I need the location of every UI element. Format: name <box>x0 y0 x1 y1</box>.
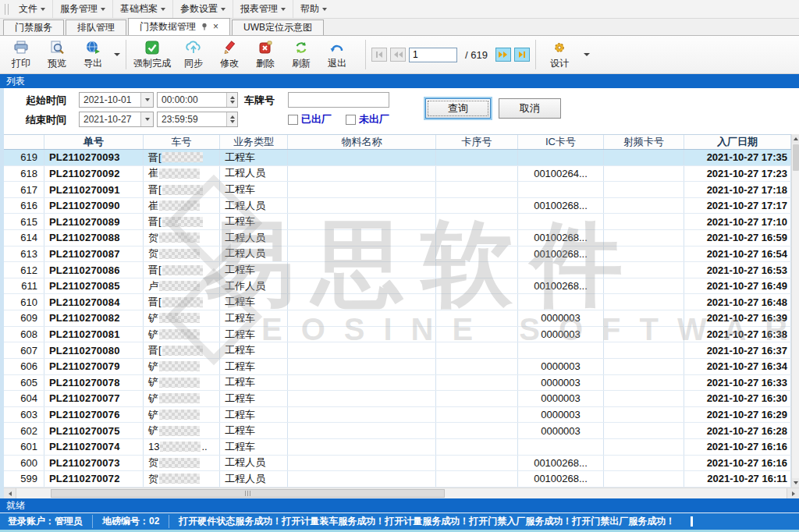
table-row[interactable]: 619PL2110270093晋[工程车2021-10-27 17:35 <box>4 150 799 166</box>
pagination-group: / 619 设计 <box>363 38 593 72</box>
sync-button[interactable]: 同步 <box>176 38 211 72</box>
menu-base-archive[interactable]: 基础档案 <box>112 0 172 18</box>
cell-vehicle-no: 崔 <box>144 166 220 182</box>
redacted-plate-blur <box>162 297 203 307</box>
cell-material-name <box>288 327 436 342</box>
not-exited-checkbox[interactable]: 未出厂 <box>346 112 389 126</box>
table-row[interactable]: 615PL2110270089晋[工程车2021-10-27 17:10 <box>4 214 799 230</box>
cell-entry-date: 2021-10-27 16:39 <box>684 310 791 326</box>
plate-number-input[interactable] <box>288 92 389 108</box>
cell-card-serial <box>436 230 518 246</box>
scroll-down-icon[interactable] <box>792 478 799 488</box>
table-row[interactable]: 604PL2110270077铲工程车00000032021-10-27 16:… <box>4 391 799 407</box>
end-time-spinner[interactable]: 23:59:59 <box>157 112 238 127</box>
horizontal-scroll-thumb[interactable] <box>51 489 445 498</box>
close-icon[interactable]: × <box>213 22 218 31</box>
delete-button[interactable]: 删除 <box>247 38 283 72</box>
menu-report-mgmt[interactable]: 报表管理 <box>233 0 293 18</box>
table-row[interactable]: 612PL2110270086晋[工程车2021-10-27 16:53 <box>4 262 799 278</box>
menu-help[interactable]: 帮助 <box>293 0 334 18</box>
first-page-button[interactable] <box>371 48 387 62</box>
vertical-scroll-thumb[interactable] <box>793 144 799 171</box>
print-button[interactable]: 打印 <box>3 38 39 72</box>
cancel-button[interactable]: 取消 <box>499 98 561 119</box>
modify-button[interactable]: 修改 <box>211 38 247 72</box>
table-row[interactable]: 613PL2110270087贺工程人员00100268...2021-10-2… <box>4 246 799 263</box>
cell-material-name <box>288 198 436 214</box>
spinner-arrows-icon[interactable] <box>226 112 237 126</box>
last-page-button[interactable] <box>514 48 530 62</box>
header-entry-date[interactable]: 入厂日期 <box>684 135 791 149</box>
table-row[interactable]: 605PL2110270078铲工程车00000032021-10-27 16:… <box>4 375 799 392</box>
design-overflow-caret[interactable] <box>584 53 590 56</box>
exited-checkbox[interactable]: 已出厂 <box>288 112 332 126</box>
table-row[interactable]: 608PL2110270081铲工程车00000032021-10-27 16:… <box>4 327 799 343</box>
spinner-arrows-icon[interactable] <box>226 93 237 107</box>
start-time-spinner[interactable]: 00:00:00 <box>157 92 238 108</box>
chevron-down-icon[interactable] <box>140 112 153 126</box>
end-date-select[interactable]: 2021-10-27 <box>79 112 154 127</box>
header-rf-card[interactable]: 射频卡号 <box>604 135 684 149</box>
header-material-name[interactable]: 物料名称 <box>288 135 436 149</box>
table-row[interactable]: 614PL2110270088贺工程人员00100268...2021-10-2… <box>4 230 799 246</box>
pencil-icon <box>222 40 236 55</box>
menu-file[interactable]: 文件 <box>12 0 52 18</box>
scroll-left-icon[interactable] <box>4 488 16 498</box>
cell-entry-date: 2021-10-27 16:54 <box>684 246 791 262</box>
header-order-no[interactable]: 单号 <box>44 135 144 149</box>
cell-vehicle-no: 铲 <box>144 359 220 374</box>
toolbar-overflow-caret[interactable] <box>114 53 120 56</box>
horizontal-scrollbar[interactable] <box>4 488 799 498</box>
table-row[interactable]: 609PL2110270082铲工程车00000032021-10-27 16:… <box>4 310 799 327</box>
menu-service-mgmt[interactable]: 服务管理 <box>52 0 112 18</box>
preview-button[interactable]: 预览 <box>39 38 75 72</box>
cell-vehicle-no: 铲 <box>144 423 220 438</box>
refresh-button[interactable]: 刷新 <box>283 38 319 72</box>
tab-queue-mgmt[interactable]: 排队管理 <box>66 20 126 35</box>
cell-vehicle-no: 铲 <box>144 375 220 391</box>
cell-business-type: 工程人员 <box>220 166 288 182</box>
tab-uwb-map[interactable]: UWB定位示意图 <box>232 20 324 35</box>
cell-rownum: 611 <box>4 278 44 294</box>
tab-gate-data-mgmt[interactable]: 门禁数据管理 × <box>128 18 230 35</box>
cell-order-no: PL2110270084 <box>44 294 144 310</box>
table-row[interactable]: 599PL2110270072贺工程人员00100268...2021-10-2… <box>4 471 799 488</box>
exit-button[interactable]: 退出 <box>319 38 355 72</box>
header-business-type[interactable]: 业务类型 <box>220 135 288 149</box>
table-row[interactable]: 606PL2110270079铲工程车00000032021-10-27 16:… <box>4 359 799 375</box>
table-row[interactable]: 607PL2110270080晋[工程车2021-10-27 16:37 <box>4 342 799 359</box>
vertical-scrollbar[interactable] <box>791 134 799 488</box>
force-complete-button[interactable]: 强制完成 <box>129 38 176 72</box>
table-row[interactable]: 618PL2110270092崔工程人员00100264...2021-10-2… <box>4 166 799 183</box>
cell-rf-card <box>604 456 684 471</box>
scroll-up-icon[interactable] <box>792 134 799 144</box>
cell-entry-date: 2021-10-27 16:59 <box>684 230 791 246</box>
table-row[interactable]: 600PL2110270073贺工程人员00100268...2021-10-2… <box>4 456 799 472</box>
cell-material-name <box>288 230 436 246</box>
table-row[interactable]: 616PL2110270090崔工程人员00100268...2021-10-2… <box>4 198 799 215</box>
page-number-input[interactable] <box>409 48 457 62</box>
pin-icon[interactable] <box>201 23 208 30</box>
query-button[interactable]: 查询 <box>425 98 491 119</box>
table-row[interactable]: 601PL211027007413..工程车2021-10-27 16:16 <box>4 439 799 456</box>
printer-icon <box>13 40 29 55</box>
prev-page-button[interactable] <box>390 48 406 62</box>
table-row[interactable]: 602PL2110270075铲工程车00000032021-10-27 16:… <box>4 423 799 439</box>
export-button[interactable]: 导出 <box>75 38 111 72</box>
table-row[interactable]: 617PL2110270091晋[工程车2021-10-27 17:18 <box>4 182 799 198</box>
menu-parameter-settings[interactable]: 参数设置 <box>172 0 233 18</box>
header-card-serial[interactable]: 卡序号 <box>436 135 518 149</box>
design-button[interactable]: 设计 <box>542 38 577 72</box>
table-row[interactable]: 603PL2110270076铲工程车00000032021-10-27 16:… <box>4 407 799 424</box>
cell-entry-date: 2021-10-27 17:23 <box>684 166 791 182</box>
table-row[interactable]: 610PL2110270084晋[工程车2021-10-27 16:48 <box>4 294 799 310</box>
header-vehicle-no[interactable]: 车号 <box>144 135 220 149</box>
start-date-select[interactable]: 2021-10-01 <box>79 92 154 108</box>
chevron-down-icon[interactable] <box>140 93 153 107</box>
table-row[interactable]: 611PL2110270085卢工作人员00100268...2021-10-2… <box>4 278 799 295</box>
scroll-right-icon[interactable] <box>787 488 799 498</box>
header-rownum[interactable] <box>4 135 44 149</box>
tab-gate-service[interactable]: 门禁服务 <box>3 20 64 35</box>
header-ic-card[interactable]: IC卡号 <box>518 135 604 149</box>
next-page-button[interactable] <box>495 48 511 62</box>
